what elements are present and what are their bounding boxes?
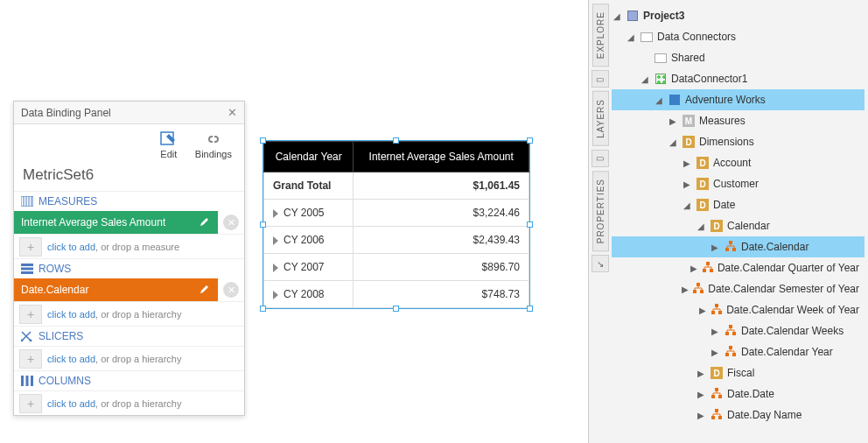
- expand-icon[interactable]: ▶: [696, 411, 706, 420]
- pencil-icon[interactable]: [197, 284, 213, 297]
- tree-hierarchy[interactable]: ▶Date.Calendar Quarter of Year: [612, 257, 864, 278]
- tree-item-label: Date.Calendar: [741, 241, 808, 253]
- resize-handle[interactable]: [527, 137, 533, 144]
- collapse-icon[interactable]: ◢: [626, 32, 636, 42]
- tree-dimensions[interactable]: ◢DDimensions: [612, 131, 864, 152]
- svg-rect-23: [715, 304, 718, 307]
- svg-rect-6: [21, 264, 33, 266]
- selected-table-object[interactable]: Calendar Year Internet Average Sales Amo…: [262, 140, 530, 309]
- rows-item-label: Date.Calendar: [21, 284, 197, 296]
- add-slicer-button[interactable]: +: [19, 349, 42, 369]
- collapse-icon[interactable]: ◢: [682, 200, 692, 210]
- expand-icon[interactable]: [273, 209, 278, 218]
- add-row-button[interactable]: +: [19, 305, 42, 324]
- tree-hierarchy[interactable]: ▶Date.Calendar: [612, 236, 864, 257]
- table-row[interactable]: CY 2005$3,224.46: [264, 200, 529, 227]
- expand-icon[interactable]: ▶: [690, 264, 698, 273]
- bindings-button[interactable]: Bindings: [195, 131, 232, 159]
- column-header[interactable]: Internet Average Sales Amount: [354, 142, 529, 172]
- columns-drop-zone[interactable]: + click to add, or drop a hierarchy: [14, 390, 244, 415]
- expand-icon[interactable]: ▶: [682, 285, 690, 294]
- add-column-button[interactable]: +: [19, 394, 42, 413]
- expand-icon[interactable]: ▶: [696, 390, 706, 399]
- expand-icon[interactable]: ▶: [682, 179, 692, 189]
- edit-button[interactable]: Edit: [160, 131, 178, 159]
- tree-hierarchy[interactable]: ▶Date.Calendar Semester of Year: [612, 278, 864, 299]
- svg-rect-34: [718, 395, 722, 398]
- expand-icon[interactable]: [273, 264, 278, 272]
- expand-icon[interactable]: [273, 236, 278, 245]
- slicers-section-header[interactable]: SLICERS: [14, 326, 244, 346]
- collapsed-tab[interactable]: ↘: [592, 255, 609, 272]
- tree-connector[interactable]: ◢DataConnector1: [612, 68, 864, 89]
- table-row[interactable]: Grand Total$1,061.45: [264, 172, 529, 200]
- table-row[interactable]: CY 2006$2,439.43: [264, 227, 529, 254]
- collapse-icon[interactable]: ◢: [654, 95, 664, 105]
- pencil-icon[interactable]: [197, 216, 213, 229]
- tree-project[interactable]: ◢Project3: [612, 5, 864, 26]
- tree-hierarchy[interactable]: ▶Date.Day Name: [612, 404, 864, 425]
- resize-handle[interactable]: [527, 306, 533, 312]
- hierarchy-icon: [710, 387, 724, 401]
- rows-drop-zone[interactable]: + click to add, or drop a hierarchy: [14, 301, 244, 326]
- expand-icon[interactable]: ▶: [696, 369, 706, 378]
- resize-handle[interactable]: [393, 306, 399, 312]
- tree-hierarchy[interactable]: ▶Date.Calendar Weeks: [612, 320, 864, 341]
- tree-fiscal[interactable]: ▶DFiscal: [612, 362, 864, 383]
- resize-handle[interactable]: [260, 137, 266, 144]
- measure-item[interactable]: Internet Average Sales Amount: [14, 211, 218, 234]
- collapse-icon[interactable]: ◢: [668, 137, 678, 147]
- resize-handle[interactable]: [260, 306, 266, 312]
- collapse-icon[interactable]: ◢: [696, 222, 706, 231]
- layers-tab[interactable]: LAYERS: [592, 91, 609, 146]
- rows-item[interactable]: Date.Calendar: [14, 278, 218, 301]
- resize-handle[interactable]: [527, 222, 533, 228]
- tree-data-connectors[interactable]: ◢Data Connectors: [612, 26, 864, 47]
- remove-row-button[interactable]: ✕: [223, 282, 239, 298]
- columns-section-header[interactable]: COLUMNS: [14, 370, 244, 390]
- expand-icon[interactable]: ▶: [698, 306, 708, 315]
- tree-hierarchy[interactable]: ▶Date.Calendar Year: [612, 341, 864, 362]
- tree-cube[interactable]: ◢Adventure Works: [612, 89, 864, 110]
- tree-measures[interactable]: ▶MMeasures: [612, 110, 864, 131]
- measures-drop-zone[interactable]: + click to add, or drop a measure: [14, 234, 244, 258]
- collapse-icon[interactable]: ◢: [612, 11, 622, 21]
- expand-icon[interactable]: ▶: [682, 158, 692, 168]
- measures-icon: [21, 196, 33, 207]
- tree-hierarchy[interactable]: ▶Date.Calendar Week of Year: [612, 299, 864, 320]
- tree-customer[interactable]: ▶DCustomer: [612, 173, 864, 194]
- properties-tab[interactable]: PROPERTIES: [592, 171, 609, 251]
- expand-icon[interactable]: [273, 291, 278, 299]
- add-measure-button[interactable]: +: [19, 237, 42, 257]
- table-row[interactable]: CY 2007$896.70: [264, 254, 529, 281]
- expand-icon[interactable]: ▶: [710, 243, 720, 252]
- slicers-drop-zone[interactable]: + click to add, or drop a hierarchy: [14, 346, 244, 370]
- tree-account[interactable]: ▶DAccount: [612, 152, 864, 173]
- resize-handle[interactable]: [260, 222, 266, 228]
- svg-rect-27: [725, 332, 729, 335]
- table-row[interactable]: CY 2008$748.73: [264, 281, 529, 308]
- close-icon[interactable]: ✕: [228, 106, 237, 119]
- tree-calendar[interactable]: ◢DCalendar: [612, 215, 864, 236]
- resize-handle[interactable]: [393, 137, 399, 144]
- tree-hierarchy[interactable]: ▶Date.Date: [612, 383, 864, 404]
- expand-icon[interactable]: ▶: [710, 348, 720, 357]
- measures-section-header[interactable]: MEASURES: [14, 191, 244, 211]
- expand-icon[interactable]: ▶: [668, 116, 678, 126]
- collapsed-tab[interactable]: ▭: [592, 70, 609, 88]
- remove-measure-button[interactable]: ✕: [223, 214, 239, 230]
- tree-shared[interactable]: Shared: [612, 47, 864, 68]
- expand-icon[interactable]: ▶: [710, 327, 720, 336]
- explore-tab[interactable]: EXPLORE: [592, 4, 609, 67]
- rows-section-header[interactable]: ROWS: [14, 258, 244, 278]
- svg-rect-11: [21, 376, 24, 386]
- column-header[interactable]: Calendar Year: [264, 142, 354, 172]
- svg-rect-15: [725, 248, 729, 251]
- collapsed-tab[interactable]: ▭: [592, 150, 609, 167]
- collapse-icon[interactable]: ◢: [640, 74, 650, 84]
- svg-rect-12: [26, 376, 29, 386]
- tree-item-label: Dimensions: [699, 136, 754, 148]
- side-tabs: EXPLORE ▭ LAYERS ▭ PROPERTIES ↘: [589, 0, 612, 443]
- tree-date[interactable]: ◢DDate: [612, 194, 864, 215]
- row-label-cell: CY 2005: [264, 200, 354, 227]
